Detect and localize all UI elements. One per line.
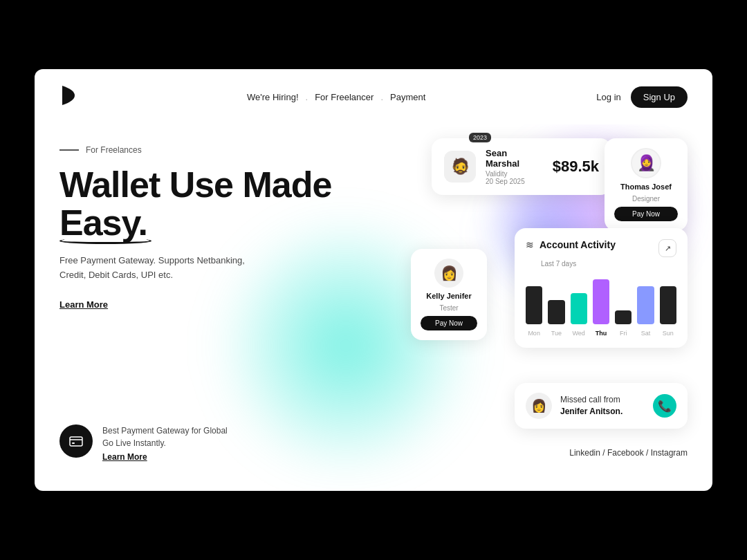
thomas-card: 🧕 Thomas Josef Designer Pay Now xyxy=(605,138,688,231)
label-mon: Mon xyxy=(526,330,542,337)
validity-label: Validity xyxy=(486,170,543,178)
social-links-text[interactable]: Linkedin / Facebook / Instagram xyxy=(569,448,688,458)
bar-fri xyxy=(615,310,631,324)
login-button[interactable]: Log in xyxy=(596,92,620,102)
nav-hiring[interactable]: We're Hiring! xyxy=(247,92,298,102)
thomas-pay-now-button[interactable]: Pay Now xyxy=(614,207,678,221)
logo xyxy=(59,84,76,109)
label-sat: Sat xyxy=(637,330,654,337)
sean-sub: Validity 20 Sep 2025 xyxy=(486,170,543,185)
hero-title-line1: Wallet Use Made xyxy=(59,166,411,204)
bar-thu xyxy=(593,279,609,324)
label-thu: Thu xyxy=(593,330,609,337)
nav-freelancer[interactable]: For Freelancer xyxy=(315,92,374,102)
signup-button[interactable]: Sign Up xyxy=(631,86,688,108)
activity-card: ≋ Account Activity ↗ Last 7 days Mon xyxy=(515,228,688,348)
svg-rect-0 xyxy=(70,437,82,446)
nav-links: We're Hiring! . For Freelancer . Payment xyxy=(247,92,425,102)
label-wed: Wed xyxy=(571,330,587,337)
missed-avatar: 👩 xyxy=(526,393,552,419)
activity-icon: ≋ xyxy=(526,239,534,250)
label-fri: Fri xyxy=(615,330,631,337)
bottom-card: Best Payment Gateway for Global Go Live … xyxy=(59,424,228,463)
sean-name: Sean Marshal xyxy=(486,148,543,169)
bar-tue xyxy=(548,300,564,324)
activity-subtitle: Last 7 days xyxy=(541,260,676,268)
missed-caller-name: Jenifer Anitson. xyxy=(560,407,622,416)
activity-expand-button[interactable]: ↗ xyxy=(658,239,676,257)
activity-title-row: ≋ Account Activity xyxy=(526,239,616,250)
bottom-card-text: Best Payment Gateway for Global Go Live … xyxy=(102,424,228,463)
thomas-avatar: 🧕 xyxy=(631,148,661,178)
payment-card-badge: 2023 xyxy=(469,133,491,142)
missed-call-card: 👩 Missed call from Jenifer Anitson. 📞 xyxy=(515,383,688,429)
bottom-text-line1: Best Payment Gateway for Global xyxy=(102,424,228,437)
kelly-name: Kelly Jenifer xyxy=(426,292,471,300)
hero-learn-more[interactable]: Learn More xyxy=(59,299,108,310)
nav-payment[interactable]: Payment xyxy=(390,92,425,102)
chart-labels: Mon Tue Wed Thu Fri Sat Sun xyxy=(526,330,676,337)
hero-title: Wallet Use Made Easy. xyxy=(59,166,411,241)
nav-actions: Log in Sign Up xyxy=(596,86,688,108)
label-sun: Sun xyxy=(660,330,676,337)
nav-sep2: . xyxy=(380,92,383,102)
page-wrapper: We're Hiring! . For Freelancer . Payment… xyxy=(35,69,712,491)
sean-info: Sean Marshal Validity 20 Sep 2025 xyxy=(486,148,543,185)
hero-tag-text: For Freelances xyxy=(86,145,142,155)
validity-date: 20 Sep 2025 xyxy=(486,178,543,185)
hero-title-line2-text: Easy. xyxy=(59,204,147,242)
bar-mon xyxy=(526,286,542,324)
activity-title: Account Activity xyxy=(540,239,616,250)
sean-avatar: 🧔 xyxy=(444,151,476,183)
phone-icon: 📞 xyxy=(658,400,672,413)
bar-sat xyxy=(637,286,654,324)
label-tue: Tue xyxy=(548,330,564,337)
kelly-role: Tester xyxy=(439,304,458,312)
missed-text-before: Missed call from xyxy=(560,395,620,404)
thomas-role: Designer xyxy=(632,195,660,203)
kelly-avatar: 👩 xyxy=(434,259,463,288)
sean-amount: $89.5k xyxy=(553,158,599,176)
kelly-pay-now-button[interactable]: Pay Now xyxy=(421,316,477,330)
chart-bars xyxy=(526,276,676,324)
activity-header: ≋ Account Activity ↗ xyxy=(526,239,676,257)
payment-icon xyxy=(59,424,93,458)
bar-sun xyxy=(660,286,676,324)
navbar: We're Hiring! . For Freelancer . Payment… xyxy=(35,69,712,124)
sean-payment-card: 2023 🧔 Sean Marshal Validity 20 Sep 2025… xyxy=(432,138,611,195)
bar-wed xyxy=(571,293,587,324)
hero-right: 2023 🧔 Sean Marshal Validity 20 Sep 2025… xyxy=(411,131,688,491)
thomas-name: Thomas Josef xyxy=(620,183,672,191)
bottom-text-line2: Go Live Instantly. xyxy=(102,437,228,449)
tag-line-icon xyxy=(59,149,79,151)
kelly-card: 👩 Kelly Jenifer Tester Pay Now xyxy=(411,249,487,340)
missed-text: Missed call from Jenifer Anitson. xyxy=(560,394,645,418)
nav-sep1: . xyxy=(306,92,308,102)
hero-description: Free Payment Gateway. Supports Netbankin… xyxy=(59,254,267,283)
bottom-learn-more[interactable]: Learn More xyxy=(102,451,228,463)
social-links: Linkedin / Facebook / Instagram xyxy=(569,448,688,458)
call-back-button[interactable]: 📞 xyxy=(653,394,676,418)
svg-rect-1 xyxy=(72,442,75,444)
hero-title-line2: Easy. xyxy=(59,204,411,242)
hero-tag: For Freelances xyxy=(59,145,411,155)
